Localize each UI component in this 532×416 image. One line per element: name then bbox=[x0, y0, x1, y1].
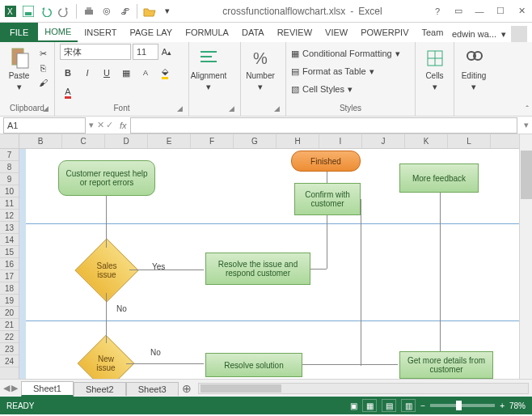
alignment-dropdown-icon[interactable]: ▾ bbox=[206, 82, 211, 92]
grow-font-icon[interactable]: A▴ bbox=[160, 45, 173, 58]
tab-review[interactable]: REVIEW bbox=[271, 23, 319, 42]
formula-input[interactable] bbox=[130, 117, 517, 134]
row-header[interactable]: 9 bbox=[0, 173, 19, 185]
sheet-tab-3[interactable]: Sheet3 bbox=[126, 382, 179, 396]
close-icon[interactable]: ✕ bbox=[511, 2, 532, 20]
font-color-icon[interactable]: A bbox=[60, 84, 76, 100]
shape-get-details[interactable]: Get more details from customer bbox=[399, 351, 493, 379]
tab-insert[interactable]: INSERT bbox=[78, 23, 123, 42]
col-header[interactable]: H bbox=[277, 134, 319, 148]
row-header[interactable]: 7 bbox=[0, 149, 19, 161]
row-header[interactable]: 23 bbox=[0, 343, 19, 355]
row-header[interactable]: 11 bbox=[0, 197, 19, 210]
vertical-scrollbar[interactable] bbox=[519, 134, 532, 379]
col-header[interactable]: L bbox=[448, 134, 491, 148]
sheet-tab-1[interactable]: Sheet1 bbox=[21, 381, 74, 397]
zoom-handle[interactable] bbox=[456, 401, 462, 410]
shape-customer-request[interactable]: Customer request help or report errors bbox=[58, 160, 155, 196]
cut-icon[interactable]: ✂ bbox=[36, 47, 49, 60]
cancel-formula-icon[interactable]: ✕ bbox=[97, 120, 104, 130]
macro-record-icon[interactable]: ▣ bbox=[350, 401, 357, 410]
shape-sales-issue[interactable]: Sales issue bbox=[74, 238, 138, 302]
qat-customize-icon[interactable]: ▾ bbox=[160, 4, 175, 19]
col-header[interactable]: K bbox=[405, 134, 448, 148]
editing-dropdown-icon[interactable]: ▾ bbox=[471, 82, 476, 92]
horizontal-scrollbar[interactable] bbox=[198, 383, 529, 394]
preview-icon[interactable]: ◎ bbox=[99, 4, 114, 19]
fx-icon[interactable]: fx bbox=[120, 121, 127, 130]
name-box[interactable]: A1 bbox=[3, 117, 86, 134]
row-header[interactable]: 12 bbox=[0, 210, 19, 222]
underline-button[interactable]: U bbox=[99, 65, 115, 81]
row-header[interactable]: 20 bbox=[0, 307, 19, 319]
number-launcher-icon[interactable]: ◢ bbox=[274, 104, 284, 114]
row-header[interactable]: 16 bbox=[0, 258, 19, 270]
tab-view[interactable]: VIEW bbox=[319, 23, 354, 42]
col-header[interactable]: G bbox=[234, 134, 277, 148]
shape-resolve-solution[interactable]: Resolve solution bbox=[205, 353, 302, 377]
file-tab[interactable]: FILE bbox=[0, 23, 38, 42]
scrollbar-thumb[interactable] bbox=[521, 151, 532, 199]
select-all-cell[interactable] bbox=[0, 134, 19, 149]
collapse-ribbon-icon[interactable]: ˆ bbox=[526, 104, 529, 114]
tab-home[interactable]: HOME bbox=[38, 23, 78, 42]
zoom-in-icon[interactable]: + bbox=[500, 401, 505, 410]
user-area[interactable]: edwin wa... ▾ bbox=[452, 26, 532, 42]
number-dropdown-icon[interactable]: ▾ bbox=[258, 82, 263, 92]
copy-icon[interactable]: ⎘ bbox=[36, 62, 49, 74]
row-header[interactable]: 18 bbox=[0, 282, 19, 295]
col-header[interactable]: F bbox=[191, 134, 234, 148]
font-size-selector[interactable]: 11 bbox=[133, 44, 158, 60]
shape-finished[interactable]: Finished bbox=[291, 151, 361, 172]
col-header[interactable]: D bbox=[105, 134, 148, 148]
cells-canvas[interactable]: Customer request help or report errors F… bbox=[19, 149, 519, 379]
paste-dropdown-icon[interactable]: ▾ bbox=[17, 82, 22, 92]
col-header[interactable]: C bbox=[62, 134, 105, 148]
sheet-nav-next-icon[interactable]: ▶ bbox=[11, 383, 18, 393]
row-header[interactable]: 21 bbox=[0, 319, 19, 331]
col-header[interactable]: J bbox=[362, 134, 405, 148]
tab-powerpivot[interactable]: POWERPIV bbox=[354, 23, 415, 42]
save-icon[interactable] bbox=[21, 4, 36, 19]
tab-data[interactable]: DATA bbox=[235, 23, 271, 42]
tab-pagelayout[interactable]: PAGE LAY bbox=[123, 23, 179, 42]
user-dropdown-icon[interactable]: ▾ bbox=[501, 29, 506, 40]
shrink-font-icon[interactable]: A bbox=[137, 65, 154, 81]
row-header[interactable]: 10 bbox=[0, 185, 19, 197]
row-header[interactable]: 17 bbox=[0, 270, 19, 282]
row-header[interactable]: 14 bbox=[0, 234, 19, 246]
italic-button[interactable]: I bbox=[79, 65, 95, 81]
scrollbar-thumb[interactable] bbox=[201, 384, 281, 393]
expand-formula-icon[interactable]: ▾ bbox=[521, 120, 532, 130]
shape-resolve-respond[interactable]: Resolve the issue and respond customer bbox=[205, 253, 310, 285]
alignment-launcher-icon[interactable]: ◢ bbox=[229, 104, 239, 114]
fill-color-icon[interactable]: ⬙ bbox=[157, 65, 173, 81]
zoom-out-icon[interactable]: − bbox=[420, 401, 425, 410]
shape-confirm[interactable]: Confirm with customer bbox=[294, 183, 361, 215]
row-header[interactable]: 22 bbox=[0, 331, 19, 343]
format-as-table-button[interactable]: ▤Format as Table▾ bbox=[291, 63, 410, 79]
font-name-selector[interactable]: 宋体 bbox=[60, 44, 131, 60]
row-header[interactable]: 19 bbox=[0, 295, 19, 307]
cell-styles-button[interactable]: ▧Cell Styles▾ bbox=[291, 81, 410, 97]
bold-button[interactable]: B bbox=[60, 65, 76, 81]
shape-more-feedback[interactable]: More feedback bbox=[399, 163, 479, 193]
view-normal-icon[interactable]: ▦ bbox=[362, 399, 377, 412]
quickprint-icon[interactable] bbox=[82, 4, 96, 19]
help-icon[interactable]: ? bbox=[427, 2, 448, 20]
col-header[interactable]: B bbox=[19, 134, 62, 148]
col-header[interactable]: E bbox=[148, 134, 191, 148]
format-painter-icon[interactable]: 🖌 bbox=[36, 76, 49, 89]
open-icon[interactable] bbox=[142, 4, 157, 19]
number-button[interactable]: % Number ▾ bbox=[246, 44, 275, 92]
sheet-nav-prev-icon[interactable]: ◀ bbox=[3, 383, 10, 393]
avatar[interactable] bbox=[511, 26, 527, 42]
col-header[interactable]: I bbox=[319, 134, 362, 148]
border-icon[interactable]: ▦ bbox=[118, 65, 134, 81]
zoom-level[interactable]: 78% bbox=[509, 401, 526, 410]
tab-team[interactable]: Team bbox=[416, 23, 450, 42]
enter-formula-icon[interactable]: ✓ bbox=[106, 120, 113, 130]
maximize-icon[interactable]: ☐ bbox=[490, 2, 511, 20]
attach-icon[interactable]: 🖇 bbox=[117, 4, 132, 19]
cells-dropdown-icon[interactable]: ▾ bbox=[433, 82, 437, 92]
